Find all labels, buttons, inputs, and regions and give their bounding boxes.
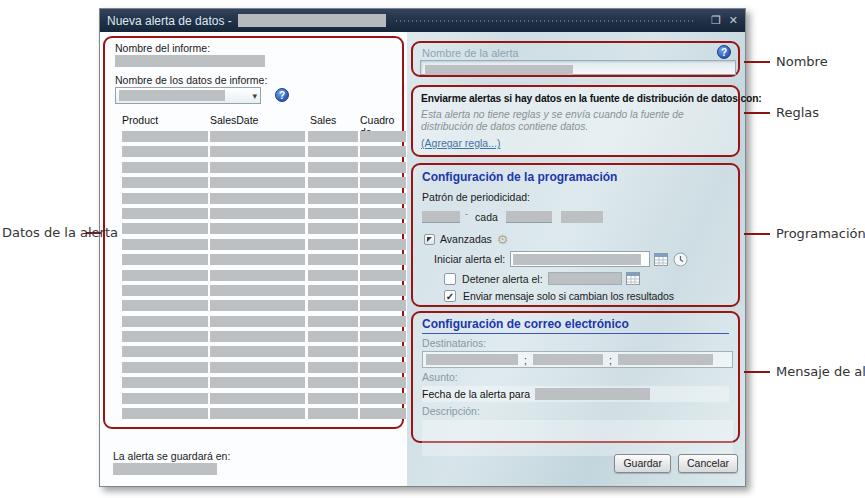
redacted-title-text xyxy=(238,14,386,27)
calendar-icon[interactable] xyxy=(626,272,640,285)
table-row[interactable] xyxy=(105,252,402,267)
callout-line-nombre xyxy=(744,61,770,63)
help-icon[interactable]: ? xyxy=(275,88,289,102)
redacted-cell xyxy=(308,316,358,327)
recurrence-unit-field[interactable] xyxy=(422,211,460,223)
email-section-title: Configuración de correo electrónico xyxy=(422,317,729,334)
redacted-cell xyxy=(308,285,358,296)
redacted-cell xyxy=(122,146,208,157)
column-header-product[interactable]: Product xyxy=(122,114,158,126)
recurrence-pattern-row: - cada xyxy=(422,209,603,223)
description-input[interactable] xyxy=(422,420,733,456)
redacted-cell xyxy=(308,146,358,157)
chevron-down-icon: ▾ xyxy=(252,91,257,101)
table-row[interactable] xyxy=(105,191,402,206)
redacted-cell xyxy=(122,162,208,173)
description-label: Descripción: xyxy=(422,405,729,417)
redacted-cell xyxy=(308,408,358,419)
column-header-sales[interactable]: Sales xyxy=(310,114,336,126)
redacted-cell xyxy=(360,285,406,296)
redacted-recipient xyxy=(426,354,518,365)
stop-alert-row: Detener alerta el: xyxy=(444,272,640,285)
calendar-icon[interactable] xyxy=(654,253,668,266)
redacted-cell xyxy=(308,393,358,404)
table-row[interactable] xyxy=(105,237,402,252)
advanced-expander-row: Avanzadas ⚙ xyxy=(424,233,508,245)
popout-icon[interactable]: ❐ xyxy=(711,14,721,27)
subject-input[interactable]: Fecha de la alerta para xyxy=(422,386,729,402)
gear-icon[interactable]: ⚙ xyxy=(497,234,509,245)
save-location-label: La alerta se guardará en: xyxy=(113,450,230,462)
redacted-cell xyxy=(360,162,406,173)
cancel-button[interactable]: Cancelar xyxy=(678,454,738,473)
redacted-cell xyxy=(360,177,406,188)
recurrence-period-field[interactable] xyxy=(561,211,603,223)
table-row[interactable] xyxy=(105,406,402,421)
subject-label: Asunto: xyxy=(422,371,729,383)
only-if-changed-row: ✓ Enviar mensaje solo si cambian los res… xyxy=(444,290,674,302)
clock-icon[interactable] xyxy=(673,252,688,267)
table-row[interactable] xyxy=(105,129,402,144)
table-row[interactable] xyxy=(105,360,402,375)
table-row[interactable] xyxy=(105,221,402,236)
redacted-cell xyxy=(210,331,305,342)
help-icon[interactable]: ? xyxy=(717,45,731,59)
redacted-cell xyxy=(360,146,406,157)
rules-description: Esta alerta no tiene reglas y se envía c… xyxy=(421,109,731,133)
redacted-cell xyxy=(308,162,358,173)
redacted-cell xyxy=(308,331,358,342)
table-row[interactable] xyxy=(105,175,402,190)
advanced-label: Avanzadas xyxy=(440,233,492,245)
redacted-cell xyxy=(360,316,406,327)
table-row[interactable] xyxy=(105,268,402,283)
redacted-cell xyxy=(308,223,358,234)
annotation-box-rules: Enviarme alertas si hay datos en la fuen… xyxy=(411,85,740,157)
table-row[interactable] xyxy=(105,344,402,359)
recipients-input[interactable]: ; ; xyxy=(422,351,733,368)
alert-name-input[interactable] xyxy=(420,60,736,75)
redacted-cell xyxy=(210,131,305,142)
column-header-salesdate[interactable]: SalesDate xyxy=(210,114,258,126)
redacted-cell xyxy=(308,270,358,281)
redacted-cell xyxy=(360,193,406,204)
table-row[interactable] xyxy=(105,314,402,329)
redacted-cell xyxy=(122,239,208,250)
titlebar[interactable]: Nueva alerta de datos - ❐ ✕ xyxy=(100,9,745,32)
report-data-dropdown[interactable]: ▾ xyxy=(115,87,261,104)
table-row[interactable] xyxy=(105,283,402,298)
redacted-cell xyxy=(360,223,406,234)
close-icon[interactable]: ✕ xyxy=(729,14,738,27)
recurrence-interval-field[interactable] xyxy=(506,211,552,223)
stop-alert-label: Detener alerta el: xyxy=(462,273,543,285)
redacted-cell xyxy=(308,300,358,311)
redacted-cell xyxy=(122,285,208,296)
callout-label-reglas: Reglas xyxy=(776,105,819,120)
redacted-save-location xyxy=(113,463,217,475)
alert-name-placeholder: Nombre de la alerta xyxy=(422,47,519,59)
redacted-cell xyxy=(308,208,358,219)
redacted-dropdown-value xyxy=(119,90,225,101)
add-rule-link[interactable]: (Agregar regla...) xyxy=(421,137,500,149)
table-row[interactable] xyxy=(105,160,402,175)
only-if-changed-checkbox[interactable]: ✓ xyxy=(444,290,456,302)
screenshot-stage: Nueva alerta de datos - ❐ ✕ Nombre del i… xyxy=(0,0,865,498)
save-button[interactable]: Guardar xyxy=(614,454,671,473)
start-date-input[interactable] xyxy=(510,251,650,267)
alert-data-table-body xyxy=(105,129,402,421)
stop-date-input[interactable] xyxy=(548,272,622,285)
table-row[interactable] xyxy=(105,391,402,406)
redacted-cell xyxy=(210,270,305,281)
table-row[interactable] xyxy=(105,144,402,159)
table-row[interactable] xyxy=(105,206,402,221)
table-row[interactable] xyxy=(105,298,402,313)
redacted-cell xyxy=(122,131,208,142)
redacted-cell xyxy=(210,223,305,234)
table-row[interactable] xyxy=(105,329,402,344)
redacted-start-date xyxy=(513,254,641,265)
callout-label-nombre: Nombre xyxy=(776,54,828,69)
table-row[interactable] xyxy=(105,375,402,390)
redacted-cell xyxy=(360,377,406,388)
dialog-buttons: Guardar Cancelar xyxy=(607,454,738,473)
collapse-expander-icon[interactable] xyxy=(424,234,435,245)
stop-alert-checkbox[interactable] xyxy=(444,273,456,285)
